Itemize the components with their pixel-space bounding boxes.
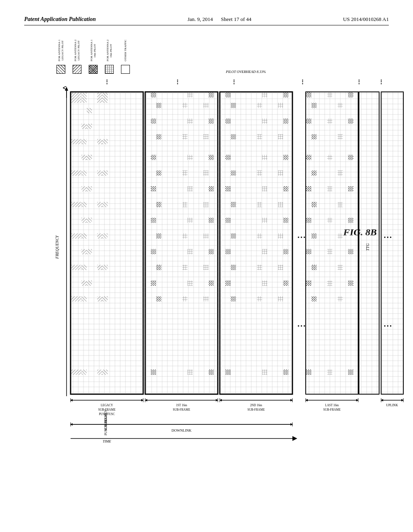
svg-rect-154 [262, 281, 267, 286]
svg-rect-192 [327, 249, 332, 254]
svg-rect-17 [71, 92, 143, 394]
svg-rect-48 [71, 233, 81, 239]
svg-rect-108 [209, 281, 214, 286]
svg-rect-135 [225, 186, 231, 191]
svg-text:PUSC/FUSC: PUSC/FUSC [99, 412, 115, 416]
svg-text:⋮: ⋮ [356, 79, 362, 85]
svg-rect-182 [327, 186, 332, 191]
svg-rect-84 [209, 155, 214, 160]
svg-rect-56 [97, 265, 102, 270]
svg-rect-38 [97, 170, 102, 176]
svg-rect-72 [209, 92, 214, 98]
svg-rect-63 [102, 296, 108, 301]
svg-rect-130 [262, 155, 267, 160]
svg-rect-141 [225, 218, 231, 223]
svg-rect-146 [278, 233, 283, 239]
svg-rect-170 [338, 103, 343, 108]
svg-rect-73 [156, 103, 161, 108]
svg-rect-196 [306, 281, 311, 286]
svg-text:2ND 16m: 2ND 16m [250, 403, 262, 407]
svg-rect-44 [97, 202, 102, 207]
svg-rect-157 [257, 296, 262, 301]
svg-rect-67 [102, 370, 108, 375]
svg-text:⋮: ⋮ [175, 79, 180, 85]
last-16m-subframe-grid [306, 92, 358, 394]
first-16m-subframe-grid [145, 92, 218, 394]
legend: LEGACY PILOTFOR ANTENNA 1 LEGACY PILOTFO… [56, 37, 266, 74]
svg-rect-193 [348, 249, 353, 254]
svg-rect-187 [327, 218, 332, 223]
page-header: Patent Application Publication Jan. 9, 2… [24, 16, 389, 25]
svg-rect-172 [327, 118, 332, 124]
svg-rect-198 [348, 281, 353, 286]
svg-rect-203 [348, 370, 353, 375]
svg-rect-58 [81, 281, 87, 286]
svg-rect-91 [156, 202, 161, 207]
svg-rect-88 [151, 186, 156, 191]
legend-box-2 [73, 65, 81, 74]
svg-rect-78 [209, 118, 214, 124]
svg-rect-166 [306, 92, 311, 98]
sheet-info: Sheet 17 of 44 [221, 16, 251, 23]
svg-rect-75 [203, 103, 209, 108]
svg-rect-123 [225, 118, 231, 124]
svg-rect-149 [283, 249, 288, 254]
svg-rect-74 [182, 103, 188, 108]
svg-rect-41 [87, 186, 92, 191]
svg-text:• • •: • • • [298, 235, 305, 240]
svg-rect-145 [257, 233, 262, 239]
svg-text:• • •: • • • [384, 323, 392, 329]
svg-rect-183 [348, 186, 353, 191]
svg-text:TTG: TTG [365, 243, 370, 251]
svg-rect-111 [203, 296, 209, 301]
svg-text:LEGACY: LEGACY [101, 403, 113, 407]
pub-date: Jan. 9, 2014 [188, 16, 213, 23]
svg-text:SUB-FRAME: SUB-FRAME [173, 408, 190, 411]
svg-rect-80 [182, 134, 188, 139]
svg-rect-57 [102, 265, 108, 270]
legend-box-1 [56, 65, 65, 74]
svg-rect-177 [327, 155, 332, 160]
svg-rect-83 [188, 155, 193, 160]
svg-rect-96 [209, 218, 214, 223]
svg-rect-126 [231, 134, 236, 139]
svg-rect-61 [81, 296, 87, 301]
svg-rect-23 [71, 98, 81, 103]
svg-rect-18 [71, 92, 81, 98]
svg-rect-77 [188, 118, 193, 124]
svg-text:TIME: TIME [103, 439, 111, 443]
svg-rect-117 [225, 92, 231, 98]
svg-rect-31 [81, 139, 87, 144]
svg-rect-208 [382, 92, 403, 394]
svg-rect-62 [97, 296, 102, 301]
svg-rect-86 [182, 170, 188, 176]
svg-rect-161 [283, 370, 288, 375]
svg-rect-180 [338, 170, 343, 176]
svg-rect-107 [188, 281, 193, 286]
svg-rect-147 [225, 249, 231, 254]
svg-rect-186 [306, 218, 311, 223]
svg-rect-128 [278, 134, 283, 139]
svg-rect-178 [348, 155, 353, 160]
legend-item-2: LEGACY PILOTFOR ANTENNA 2 [73, 37, 81, 74]
svg-rect-133 [257, 170, 262, 176]
svg-rect-120 [231, 103, 236, 108]
svg-rect-176 [306, 155, 311, 160]
legend-item-3: 16m PILOTFOR ANTENNA 1 [89, 37, 98, 74]
svg-rect-199 [311, 296, 317, 301]
svg-rect-169 [311, 103, 317, 108]
legacy-subframe-grid [71, 92, 143, 394]
svg-rect-139 [257, 202, 262, 207]
svg-rect-55 [81, 265, 87, 270]
svg-rect-25 [97, 98, 102, 103]
svg-text:SUB-FRAME: SUB-FRAME [323, 408, 341, 411]
svg-text:• • •: • • • [298, 323, 305, 329]
svg-rect-71 [188, 92, 193, 98]
svg-text:1ST 16m: 1ST 16m [176, 403, 187, 407]
svg-rect-156 [231, 296, 236, 301]
svg-rect-190 [338, 233, 343, 239]
svg-rect-124 [262, 118, 267, 124]
svg-rect-175 [338, 134, 343, 139]
svg-rect-134 [278, 170, 283, 176]
svg-rect-131 [283, 155, 288, 160]
